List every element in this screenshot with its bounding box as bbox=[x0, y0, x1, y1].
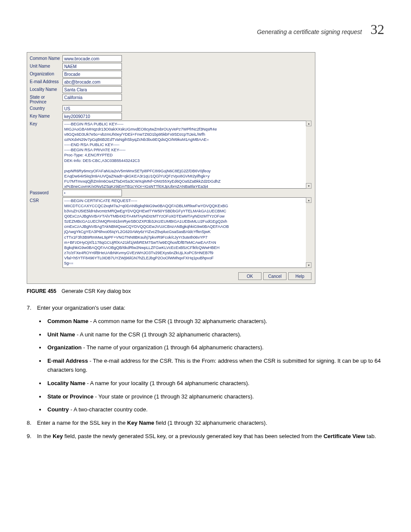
figure-label: FIGURE 455 bbox=[27, 288, 56, 294]
key-name-field[interactable] bbox=[62, 113, 122, 120]
bullet-email: E-mail Address - The e-mail address for … bbox=[46, 357, 384, 375]
password-field[interactable] bbox=[62, 190, 122, 196]
header-title: Generating a certificate signing request bbox=[257, 28, 362, 35]
help-button[interactable]: Help bbox=[288, 272, 311, 280]
common-name-field[interactable] bbox=[62, 55, 122, 62]
key-scrollbar[interactable]: ▴ ▾ bbox=[306, 121, 311, 189]
page-header: Generating a certificate signing request… bbox=[27, 22, 384, 37]
key-textarea[interactable]: -----BEGIN RSA PUBLIC KEY----- MIGJAoGBA… bbox=[62, 121, 311, 189]
scroll-down-icon[interactable]: ▾ bbox=[306, 183, 311, 189]
bullet-organization: Organization - The name of your organiza… bbox=[46, 343, 384, 352]
label-state: State or Province bbox=[30, 94, 62, 104]
scroll-up-icon[interactable]: ▴ bbox=[306, 197, 311, 203]
ok-button[interactable]: OK bbox=[238, 272, 262, 280]
step-number: 8. bbox=[27, 419, 31, 428]
scroll-down-icon[interactable]: ▾ bbox=[306, 262, 311, 268]
country-field[interactable] bbox=[62, 105, 122, 112]
scroll-up-icon[interactable]: ▴ bbox=[306, 121, 311, 126]
step-7: 7. Enter your organization's user data: … bbox=[37, 304, 384, 414]
step-number: 9. bbox=[27, 432, 31, 441]
unit-name-field[interactable] bbox=[62, 63, 122, 70]
label-key-name: Key Name bbox=[30, 113, 62, 118]
organization-field[interactable] bbox=[62, 71, 122, 78]
bullet-unit-name: Unit Name - A unit name for the CSR (1 t… bbox=[46, 330, 384, 339]
locality-field[interactable] bbox=[62, 86, 122, 93]
label-unit-name: Unit Name bbox=[30, 63, 62, 68]
label-csr: CSR bbox=[30, 197, 62, 203]
step-8: 8. Enter a name for the SSL key in the K… bbox=[37, 419, 384, 428]
cancel-button[interactable]: Cancel bbox=[263, 272, 286, 280]
label-password: Password bbox=[30, 190, 62, 195]
header-chapter: 32 bbox=[371, 22, 384, 37]
label-locality: Locality Name bbox=[30, 86, 62, 92]
state-field[interactable] bbox=[62, 94, 122, 101]
email-field[interactable] bbox=[62, 78, 122, 85]
label-organization: Organization bbox=[30, 71, 62, 76]
label-key: Key bbox=[30, 121, 62, 126]
csr-textarea[interactable]: -----BEGIN CERTIFICATE REQUEST----- MIIC… bbox=[62, 197, 311, 268]
label-common-name: Common Name bbox=[30, 55, 62, 61]
label-email: E-mail Address bbox=[30, 78, 62, 84]
step-7-intro: Enter your organization's user data: bbox=[37, 305, 125, 311]
bullet-country: Country - A two-character country code. bbox=[46, 405, 384, 414]
step-9: 9. In the Key field, paste the newly gen… bbox=[37, 432, 384, 441]
bullet-common-name: Common Name - A common name for the CSR … bbox=[46, 317, 384, 326]
figure-caption-text: Generate CSR Key dialog box bbox=[62, 288, 131, 294]
bullet-locality: Locality Name - A name for your locality… bbox=[46, 379, 384, 388]
csr-dialog: Common Name Unit Name Organization E-mai… bbox=[27, 52, 315, 284]
step-number: 7. bbox=[27, 304, 31, 313]
csr-scrollbar[interactable]: ▴ ▾ bbox=[306, 197, 311, 268]
figure-caption: FIGURE 455 Generate CSR Key dialog box bbox=[27, 288, 384, 294]
bullet-state: State or Province - Your state or provin… bbox=[46, 392, 384, 401]
label-country: Country bbox=[30, 105, 62, 111]
